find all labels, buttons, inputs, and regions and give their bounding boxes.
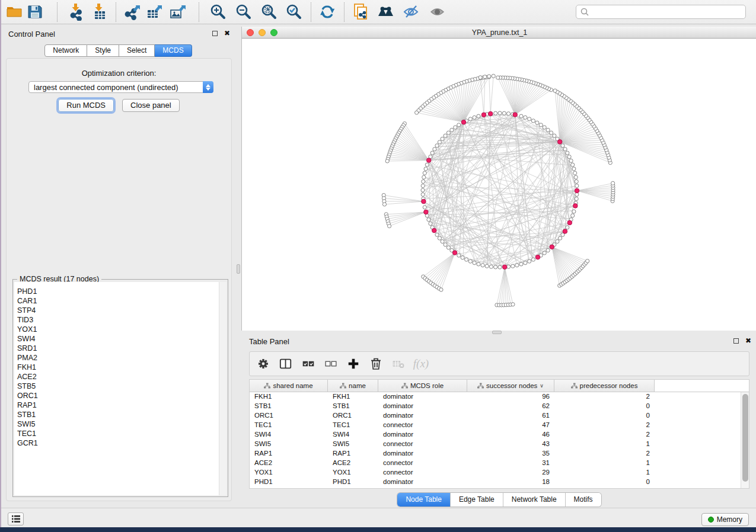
table-row[interactable]: SWI5SWI5connector431 <box>250 440 749 449</box>
zoom-in-icon[interactable] <box>205 1 231 23</box>
save-icon[interactable] <box>22 1 48 23</box>
select-all-icon[interactable] <box>302 357 315 371</box>
cell: YOX1 <box>250 468 328 477</box>
zoom-selected-icon[interactable] <box>280 1 307 23</box>
table-row[interactable]: TEC1TEC1connector472 <box>250 421 749 430</box>
mcds-node-item[interactable]: SWI5 <box>17 419 219 429</box>
mcds-node-item[interactable]: GCR1 <box>17 438 219 448</box>
import-network-icon[interactable] <box>63 1 89 23</box>
delete-icon[interactable] <box>369 357 382 371</box>
export-image-icon[interactable] <box>166 1 192 23</box>
column-header-predecessor-nodes[interactable]: predecessor nodes <box>554 380 655 392</box>
mcds-node-item[interactable]: ACE2 <box>17 372 219 382</box>
column-header-name[interactable]: name <box>328 380 378 392</box>
mcds-node-item[interactable]: CAR1 <box>17 296 219 306</box>
mcds-node-item[interactable]: STB1 <box>17 410 219 419</box>
search-input[interactable] <box>576 5 746 19</box>
mcds-node-item[interactable]: TEC1 <box>17 429 219 438</box>
tab-style[interactable]: Style <box>87 44 119 57</box>
node-table: shared namenameMCDS rolesuccessor nodes∨… <box>249 379 749 489</box>
cell: 18 <box>467 477 554 487</box>
column-header-successor-nodes[interactable]: successor nodes∨ <box>467 380 554 392</box>
zoom-fit-icon[interactable] <box>256 1 282 23</box>
mcds-node-item[interactable]: STP4 <box>17 306 219 315</box>
mcds-node-item[interactable]: SWI4 <box>17 334 219 344</box>
gear-icon[interactable] <box>257 357 270 371</box>
first-neighbors-icon[interactable] <box>374 1 400 23</box>
network-graph[interactable] <box>242 39 756 331</box>
mcds-node-item[interactable]: PHD1 <box>17 287 219 296</box>
column-header-MCDS-role[interactable]: MCDS role <box>378 380 467 392</box>
close-panel-button[interactable]: Close panel <box>122 99 180 112</box>
hierarchy-icon <box>340 383 346 389</box>
mcds-result-box: MCDS result (17 nodes) PHD1CAR1STP4TID3Y… <box>12 279 228 497</box>
close-panel-icon[interactable]: ✖ <box>224 30 230 36</box>
cell: ORC1 <box>250 411 328 421</box>
table-row[interactable]: RAP1RAP1dominator352 <box>250 449 749 459</box>
network-titlebar[interactable]: YPA_prune.txt_1 <box>242 27 756 39</box>
tab-node-table[interactable]: Node Table <box>397 493 451 507</box>
dropdown-stepper-icon[interactable] <box>203 81 213 93</box>
horizontal-splitter[interactable] <box>492 331 502 334</box>
duplicate-network-icon[interactable] <box>348 1 374 23</box>
table-row[interactable]: YOX1YOX1connector291 <box>250 468 749 477</box>
import-table-icon[interactable] <box>86 1 112 23</box>
run-mcds-button[interactable]: Run MCDS <box>58 99 114 112</box>
mcds-node-item[interactable]: TID3 <box>17 315 219 325</box>
float-table-panel-icon[interactable] <box>733 338 739 344</box>
task-history-button[interactable] <box>8 512 24 525</box>
tab-edge-table[interactable]: Edge Table <box>451 493 503 507</box>
mcds-node-item[interactable]: YOX1 <box>17 325 219 334</box>
cell: STB1 <box>328 402 378 411</box>
table-row[interactable]: PHD1PHD1dominator180 <box>250 477 749 487</box>
mcds-node-item[interactable]: PMA2 <box>17 353 219 363</box>
tab-mcds[interactable]: MCDS <box>155 44 192 57</box>
optimization-dropdown[interactable]: largest connected component (undirected) <box>28 81 213 93</box>
float-panel-icon[interactable] <box>212 31 218 36</box>
table-row[interactable]: STB1STB1dominator620 <box>250 402 749 411</box>
cell: PHD1 <box>250 477 328 487</box>
delete-table-icon <box>392 357 405 371</box>
vertical-splitter[interactable] <box>235 25 241 508</box>
cell: dominator <box>378 477 467 487</box>
mcds-result-list[interactable]: PHD1CAR1STP4TID3YOX1SWI4SRD1PMA2FKH1ACE2… <box>14 282 219 495</box>
memory-button[interactable]: Memory <box>701 513 749 526</box>
table-row[interactable]: FKH1FKH1dominator962 <box>250 392 749 402</box>
tab-network-table[interactable]: Network Table <box>503 493 566 507</box>
table-row[interactable]: ORC1ORC1dominator610 <box>250 411 749 421</box>
column-icon[interactable] <box>279 357 292 371</box>
tab-motifs[interactable]: Motifs <box>566 493 601 507</box>
tab-select[interactable]: Select <box>119 44 155 57</box>
tab-network[interactable]: Network <box>44 44 87 57</box>
add-icon[interactable] <box>347 357 360 371</box>
cell: 0 <box>554 477 655 487</box>
mcds-list-scrollbar[interactable] <box>219 282 227 495</box>
mcds-node-item[interactable]: STB5 <box>17 382 219 391</box>
export-table-icon[interactable] <box>143 1 169 23</box>
network-canvas[interactable] <box>242 39 756 331</box>
close-table-panel-icon[interactable]: ✖ <box>745 338 751 344</box>
hierarchy-icon <box>571 383 578 389</box>
column-header-shared-name[interactable]: shared name <box>250 380 328 392</box>
zoom-out-icon[interactable] <box>230 1 256 23</box>
cell: TEC1 <box>328 421 378 430</box>
cell: FKH1 <box>328 392 378 402</box>
cell: YOX1 <box>328 468 378 477</box>
table-row[interactable]: ACE2ACE2connector311 <box>250 459 749 468</box>
cell: 0 <box>554 411 655 421</box>
mcds-node-item[interactable]: FKH1 <box>17 363 219 372</box>
table-scrollbar[interactable] <box>741 392 749 488</box>
table-row[interactable]: SWI4SWI4dominator462 <box>250 430 749 440</box>
show-all-icon[interactable] <box>425 1 451 23</box>
mcds-node-item[interactable]: SRD1 <box>17 344 219 353</box>
unselect-all-icon[interactable] <box>324 357 337 371</box>
hide-selected-icon[interactable] <box>399 1 425 23</box>
table-panel: Table Panel ✖ f(x) shared namenameMCDS r… <box>241 335 756 508</box>
cell: 1 <box>554 440 655 449</box>
mcds-node-item[interactable]: RAP1 <box>17 400 219 410</box>
dropdown-value: largest connected component (undirected) <box>34 83 178 92</box>
refresh-icon[interactable] <box>314 1 340 23</box>
cell: 62 <box>467 402 554 411</box>
mcds-node-item[interactable]: ORC1 <box>17 391 219 400</box>
cell: 1 <box>554 468 655 477</box>
